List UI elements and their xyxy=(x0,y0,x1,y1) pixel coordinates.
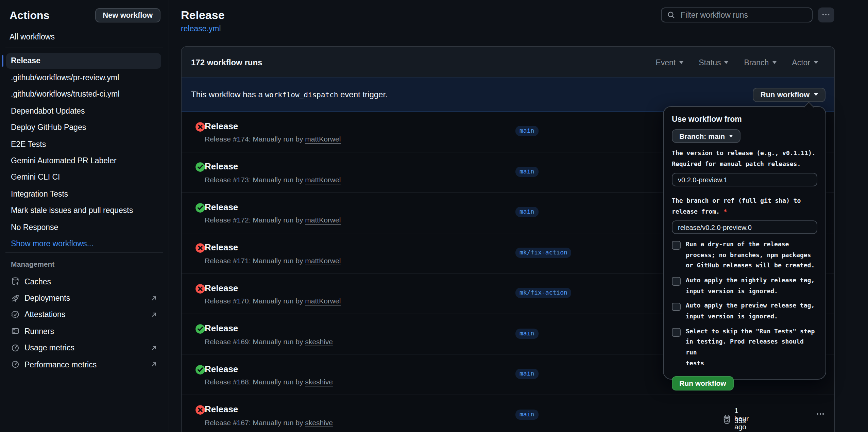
actor-link[interactable]: mattKorwel xyxy=(305,297,341,305)
actor-link[interactable]: skeshive xyxy=(305,337,333,345)
sidebar-management-item[interactable]: Deployments xyxy=(0,290,168,306)
run-description: Release #169: Manually run by skeshive xyxy=(205,336,333,346)
sidebar-item-all-workflows[interactable]: All workflows xyxy=(10,32,55,40)
version-input[interactable] xyxy=(672,173,817,186)
workflow-file-link[interactable]: release.yml xyxy=(181,24,221,32)
run-title[interactable]: Release xyxy=(205,242,238,253)
run-title[interactable]: Release xyxy=(205,121,238,132)
search-icon xyxy=(667,11,675,19)
runs-card-header: 172 workflow runs Event Status Branch Ac… xyxy=(182,47,834,78)
sidebar-management-item[interactable]: Caches xyxy=(0,273,168,290)
sidebar-workflow-item[interactable]: .github/workflows/trusted-ci.yml xyxy=(0,86,168,103)
actor-link[interactable]: mattKorwel xyxy=(305,256,341,264)
actor-link[interactable]: skeshive xyxy=(305,418,333,426)
workflow-run-row[interactable]: Release Release #167: Manually run by sk… xyxy=(182,395,834,432)
branch-chip[interactable]: main xyxy=(515,409,538,419)
checkbox[interactable] xyxy=(672,303,680,311)
runs-filter-dropdown[interactable]: Actor xyxy=(792,58,818,66)
ref-input[interactable] xyxy=(672,221,817,234)
run-description: Release #173: Manually run by mattKorwel xyxy=(205,175,341,184)
workflow-item-label: Show more workflows... xyxy=(11,239,93,248)
filter-label: Event xyxy=(656,58,676,66)
search-input[interactable] xyxy=(679,10,806,20)
management-item-label: Attestations xyxy=(24,311,65,319)
workflow-item-label: .github/workflows/trusted-ci.yml xyxy=(11,90,120,98)
run-workflow-submit-button[interactable]: Run workflow xyxy=(672,376,734,390)
management-item-label: Caches xyxy=(24,277,51,285)
check-circle-icon xyxy=(195,324,205,334)
branch-chip[interactable]: mk/fix-action xyxy=(515,247,572,257)
sidebar-workflow-item[interactable]: Deploy GitHub Pages xyxy=(0,119,168,136)
sidebar-workflow-item[interactable]: Mark stale issues and pull requests xyxy=(0,202,168,219)
run-description-text: Release #173: Manually run by xyxy=(205,175,305,183)
run-title[interactable]: Release xyxy=(205,202,238,213)
run-title[interactable]: Release xyxy=(205,323,238,334)
runs-count: 172 workflow runs xyxy=(191,57,262,67)
runs-filter-dropdown[interactable]: Status xyxy=(699,58,728,66)
gauge-icon xyxy=(11,360,20,369)
branch-chip[interactable]: main xyxy=(515,369,538,379)
popover-checkbox-row: Select to skip the "Run Tests" step in t… xyxy=(672,326,817,369)
sidebar-management-item[interactable]: Attestations xyxy=(0,306,168,323)
run-description: Release #168: Manually run by skeshive xyxy=(205,377,333,386)
sidebar-workflow-item[interactable]: Gemini CLI CI xyxy=(0,169,168,185)
checkbox[interactable] xyxy=(672,328,680,336)
filter-workflow-runs-search[interactable] xyxy=(661,7,813,22)
run-description: Release #167: Manually run by skeshive xyxy=(205,417,333,427)
popover-checkbox-row: Auto apply the nightly release tag, inpu… xyxy=(672,276,817,297)
sidebar-title: Actions xyxy=(10,10,49,22)
runs-filter-dropdown[interactable]: Branch xyxy=(744,58,776,66)
check-circle-icon xyxy=(195,202,205,213)
banner-text: This workflow has a workflow_dispatch ev… xyxy=(191,90,388,99)
actor-link[interactable]: skeshive xyxy=(305,378,333,386)
sidebar-workflow-item[interactable]: Show more workflows... xyxy=(0,235,168,252)
new-workflow-button[interactable]: New workflow xyxy=(95,8,160,22)
run-workflow-dropdown-button[interactable]: Run workflow xyxy=(753,88,825,102)
popover-checkbox-row: Run a dry-run of the release process; no… xyxy=(672,239,817,271)
sidebar-workflow-item[interactable]: No Response xyxy=(0,219,168,235)
actions-page: Actions New workflow All workflows Relea… xyxy=(0,0,868,432)
branch-chip[interactable]: main xyxy=(515,126,538,136)
sidebar-management-item[interactable]: Usage metrics xyxy=(0,339,168,356)
row-kebab-button[interactable] xyxy=(814,408,827,420)
arrow-up-right-icon xyxy=(150,294,157,302)
branch-chip[interactable]: main xyxy=(515,166,538,177)
workflow-item-label: Gemini Automated PR Labeler xyxy=(11,156,117,165)
workflow-item-label: E2E Tests xyxy=(11,140,46,148)
checkbox[interactable] xyxy=(672,241,680,250)
branch-chip[interactable]: mk/fix-action xyxy=(515,288,572,298)
sidebar-workflow-item[interactable]: Dependabot Updates xyxy=(0,102,168,119)
x-circle-icon xyxy=(195,243,205,253)
sidebar-divider xyxy=(5,252,163,253)
runs-filter-dropdown[interactable]: Event xyxy=(656,58,683,66)
run-title[interactable]: Release xyxy=(205,364,238,375)
run-description-text: Release #174: Manually run by xyxy=(205,135,305,143)
sidebar-workflow-item[interactable]: E2E Tests xyxy=(0,136,168,152)
sidebar-divider xyxy=(5,48,163,48)
filter-label: Status xyxy=(699,58,721,66)
management-item-label: Usage metrics xyxy=(24,344,74,352)
run-description: Release #172: Manually run by mattKorwel xyxy=(205,215,341,225)
branch-chip[interactable]: main xyxy=(515,207,538,217)
x-circle-icon xyxy=(195,283,205,294)
checkbox[interactable] xyxy=(672,277,680,286)
workflow-item-label: Dependabot Updates xyxy=(11,107,85,115)
sidebar-management-item[interactable]: Runners xyxy=(0,323,168,339)
sidebar-item-selected[interactable]: Release xyxy=(6,53,161,69)
run-title[interactable]: Release xyxy=(205,161,238,172)
filter-label: Branch xyxy=(744,58,769,66)
run-title[interactable]: Release xyxy=(205,283,238,294)
sidebar-workflow-item[interactable]: Integration Tests xyxy=(0,185,168,202)
sidebar-management-item[interactable]: Performance metrics xyxy=(0,356,168,373)
sidebar-workflow-item[interactable]: Gemini Automated PR Labeler xyxy=(0,152,168,169)
run-description: Release #171: Manually run by mattKorwel xyxy=(205,255,341,265)
actor-link[interactable]: mattKorwel xyxy=(305,175,341,183)
run-title[interactable]: Release xyxy=(205,404,238,415)
branch-selector-button[interactable]: Branch: main xyxy=(672,129,741,143)
branch-chip[interactable]: main xyxy=(515,328,538,338)
workflow-options-button[interactable] xyxy=(818,7,834,22)
sidebar-workflow-item[interactable]: .github/workflows/pr-review.yml xyxy=(0,69,168,86)
workflow-list: Release .github/workflows/pr-review.yml … xyxy=(0,53,168,252)
actor-link[interactable]: mattKorwel xyxy=(305,216,341,224)
actor-link[interactable]: mattKorwel xyxy=(305,135,341,143)
